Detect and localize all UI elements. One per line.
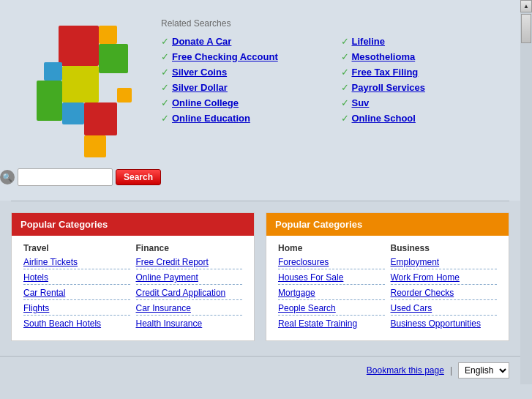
related-link[interactable]: Silver Coins (172, 67, 227, 78)
related-link-item: ✓Donate A Car (161, 36, 326, 47)
scroll-thumb[interactable] (521, 14, 531, 43)
right-col1: Home ForeclosuresHouses For SaleMortgage… (275, 243, 388, 333)
check-icon: ✓ (341, 36, 349, 47)
search-bar: 🔍 Search (0, 168, 161, 186)
right-category-header: Popular Categories (266, 213, 509, 236)
search-icon: 🔍 (0, 170, 15, 184)
category-link[interactable]: Employment (391, 257, 498, 269)
category-link[interactable]: Houses For Sale (278, 272, 385, 285)
search-input[interactable] (18, 168, 113, 186)
logo-mosaic (22, 22, 139, 161)
check-icon: ✓ (341, 51, 349, 62)
related-link-item: ✓Online School (341, 113, 506, 124)
category-link[interactable]: Airline Tickets (23, 257, 130, 269)
left-category-header: Popular Categories (12, 213, 254, 236)
check-icon: ✓ (161, 36, 169, 47)
popular-section: Popular Categories Travel Airline Ticket… (0, 201, 520, 356)
related-link-item: ✓Free Checking Account (161, 51, 326, 62)
related-link-item: ✓Mesothelioma (341, 51, 506, 62)
related-link-item: ✓Free Tax Filing (341, 67, 506, 78)
mosaic-tile (84, 135, 106, 157)
left-col1: Travel Airline TicketsHotelsCar RentalFl… (20, 243, 133, 333)
left-category-body: Travel Airline TicketsHotelsCar RentalFl… (12, 236, 254, 340)
related-link[interactable]: Lifeline (352, 36, 386, 47)
scrollbar[interactable]: ▲ (520, 0, 532, 384)
related-link-item: ✓Online College (161, 97, 326, 108)
check-icon: ✓ (161, 113, 169, 124)
related-link[interactable]: Payroll Services (352, 82, 425, 93)
category-link[interactable]: People Search (278, 303, 385, 316)
mosaic-tile (37, 81, 62, 121)
related-link[interactable]: Donate A Car (172, 36, 231, 47)
category-link[interactable]: Mortgage (278, 288, 385, 300)
check-icon: ✓ (161, 82, 169, 93)
left-category-box: Popular Categories Travel Airline Ticket… (11, 212, 255, 341)
bookmark-link[interactable]: Bookmark this page (367, 365, 444, 376)
check-icon: ✓ (161, 51, 169, 62)
mosaic-tile (62, 102, 84, 124)
scroll-up-button[interactable]: ▲ (520, 0, 532, 12)
top-section: 🔍 Search Related Searches ✓Donate A Car✓… (0, 0, 520, 201)
category-link[interactable]: Online Payment (136, 272, 243, 285)
right-col2: Business EmploymentWork From HomeReorder… (388, 243, 501, 333)
category-link[interactable]: Reorder Checks (391, 288, 498, 300)
category-link[interactable]: Car Insurance (136, 303, 243, 316)
check-icon: ✓ (161, 67, 169, 78)
right-col2-title: Business (391, 243, 498, 253)
mosaic-tile (99, 26, 117, 44)
left-col2: Finance Free Credit ReportOnline Payment… (133, 243, 246, 333)
check-icon: ✓ (341, 82, 349, 93)
footer: Bookmark this page | English (0, 356, 520, 384)
category-link[interactable]: Hotels (23, 272, 130, 285)
category-link[interactable]: Car Rental (23, 288, 130, 300)
mosaic-tile (84, 102, 117, 135)
mosaic-tile (62, 66, 99, 102)
mosaic-tile (59, 26, 99, 66)
category-link[interactable]: Real Estate Training (278, 318, 385, 330)
category-link[interactable]: Work From Home (391, 272, 498, 285)
category-link[interactable]: Foreclosures (278, 257, 385, 269)
related-link[interactable]: Free Checking Account (172, 51, 278, 62)
related-link[interactable]: Silver Dollar (172, 82, 228, 93)
logo-area: 🔍 Search (15, 15, 146, 186)
check-icon: ✓ (341, 113, 349, 124)
mosaic-tile (99, 44, 128, 73)
category-link[interactable]: Credit Card Application (136, 288, 243, 300)
related-links-grid: ✓Donate A Car✓Lifeline✓Free Checking Acc… (161, 36, 506, 124)
search-button[interactable]: Search (116, 169, 161, 185)
category-link[interactable]: Free Credit Report (136, 257, 243, 269)
right-col1-title: Home (278, 243, 385, 253)
related-link[interactable]: Free Tax Filing (352, 67, 419, 78)
category-link[interactable]: Health Insurance (136, 318, 243, 330)
footer-separator: | (450, 365, 452, 376)
right-category-body: Home ForeclosuresHouses For SaleMortgage… (266, 236, 509, 340)
right-category-box: Popular Categories Home ForeclosuresHous… (266, 212, 509, 341)
mosaic-tile (117, 88, 132, 102)
language-select[interactable]: English (458, 362, 509, 379)
check-icon: ✓ (161, 97, 169, 108)
related-link[interactable]: Mesothelioma (352, 51, 416, 62)
category-link[interactable]: Business Opportunities (391, 318, 498, 330)
mosaic-tile (44, 62, 62, 81)
category-link[interactable]: Used Cars (391, 303, 498, 316)
related-title: Related Searches (161, 18, 506, 29)
related-link-item: ✓Silver Dollar (161, 82, 326, 93)
related-link-item: ✓Lifeline (341, 36, 506, 47)
related-link[interactable]: Online College (172, 97, 239, 108)
related-link[interactable]: Online School (352, 113, 416, 124)
related-link-item: ✓Online Education (161, 113, 326, 124)
related-link-item: ✓Silver Coins (161, 67, 326, 78)
category-link[interactable]: South Beach Hotels (23, 318, 130, 330)
check-icon: ✓ (341, 67, 349, 78)
related-link-item: ✓Suv (341, 97, 506, 108)
related-section: Related Searches ✓Donate A Car✓Lifeline✓… (161, 15, 506, 124)
left-col1-title: Travel (23, 243, 130, 253)
related-link[interactable]: Online Education (172, 113, 250, 124)
related-link-item: ✓Payroll Services (341, 82, 506, 93)
related-link[interactable]: Suv (352, 97, 370, 108)
check-icon: ✓ (341, 97, 349, 108)
category-link[interactable]: Flights (23, 303, 130, 316)
left-col2-title: Finance (136, 243, 243, 253)
